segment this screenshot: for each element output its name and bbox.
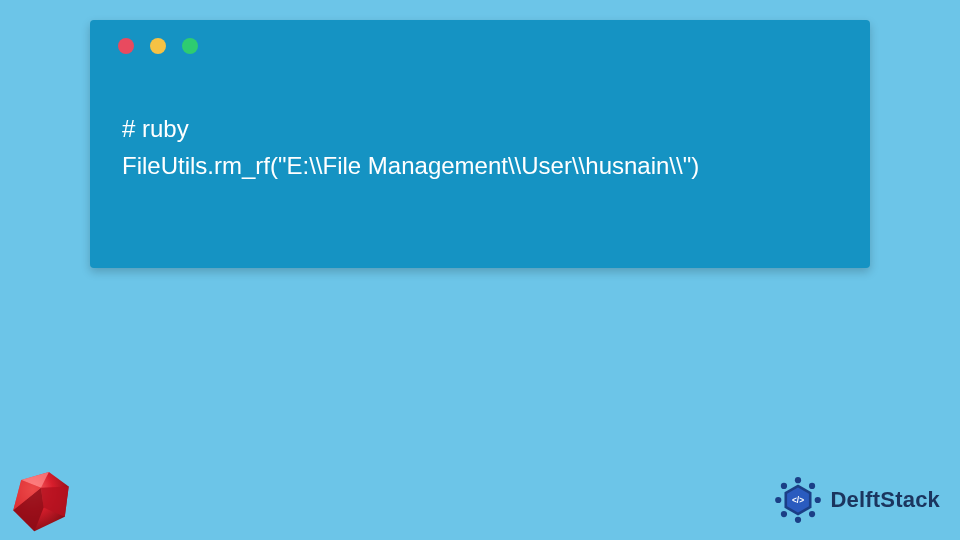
maximize-icon xyxy=(182,38,198,54)
window-traffic-lights xyxy=(90,20,870,54)
svg-point-12 xyxy=(781,483,787,489)
svg-point-6 xyxy=(809,483,815,489)
svg-point-9 xyxy=(795,517,801,523)
brand-name: DelftStack xyxy=(830,487,940,513)
code-panel: # ruby FileUtils.rm_rf("E:\\File Managem… xyxy=(90,20,870,268)
delftstack-logo-icon: </> xyxy=(772,474,824,526)
svg-point-7 xyxy=(815,497,821,503)
code-line-2: FileUtils.rm_rf("E:\\File Management\\Us… xyxy=(122,152,699,179)
svg-point-10 xyxy=(781,511,787,517)
svg-point-8 xyxy=(809,511,815,517)
svg-point-11 xyxy=(776,497,782,503)
ruby-logo-icon xyxy=(8,468,74,534)
close-icon xyxy=(118,38,134,54)
brand: </> DelftStack xyxy=(772,474,940,526)
svg-point-5 xyxy=(795,477,801,483)
minimize-icon xyxy=(150,38,166,54)
code-block: # ruby FileUtils.rm_rf("E:\\File Managem… xyxy=(90,54,870,184)
svg-text:</>: </> xyxy=(792,495,804,505)
code-line-1: # ruby xyxy=(122,115,189,142)
